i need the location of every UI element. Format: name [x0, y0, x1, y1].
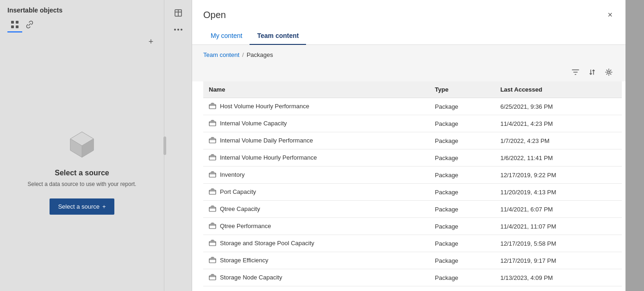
- dialog-header: Open ×: [192, 0, 625, 22]
- svg-rect-1: [16, 21, 19, 24]
- svg-point-11: [174, 29, 176, 31]
- table-row[interactable]: Internal Volume Daily PerformancePackage…: [203, 132, 622, 149]
- left-panel: Insertable objects + Select a sou: [0, 0, 164, 291]
- left-panel-tabs: [0, 18, 164, 32]
- cell-type: Package: [429, 132, 494, 149]
- cell-name: Storage Efficiency: [203, 252, 429, 269]
- svg-point-14: [608, 71, 610, 74]
- more-icon: [174, 29, 182, 31]
- table-row[interactable]: InventoryPackage12/17/2019, 9:22 PM: [203, 167, 622, 184]
- package-icon: [209, 256, 216, 264]
- cell-last-accessed: 1/6/2022, 11:41 PM: [495, 149, 622, 167]
- settings-svg: [605, 68, 613, 76]
- package-icon: [209, 136, 216, 144]
- svg-rect-2: [11, 25, 14, 28]
- svg-rect-3: [16, 25, 19, 28]
- table-row[interactable]: Host Volume Hourly PerformancePackage6/2…: [203, 98, 622, 115]
- table-row[interactable]: Storage Node PerformancePackage1/13/2023…: [203, 286, 622, 291]
- dialog-tabs: My content Team content: [192, 27, 625, 45]
- cell-type: Package: [429, 201, 494, 218]
- tab-team-content[interactable]: Team content: [250, 27, 306, 45]
- tab-grid[interactable]: [7, 18, 22, 32]
- tab-my-content-label: My content: [211, 32, 242, 39]
- toolbar-table-icon[interactable]: [172, 6, 185, 19]
- panel-top-action: +: [0, 32, 164, 51]
- add-button[interactable]: +: [145, 36, 156, 47]
- table-row[interactable]: Qtree PerformancePackage11/4/2021, 11:07…: [203, 218, 622, 235]
- svg-rect-15: [209, 105, 216, 109]
- filter-icon[interactable]: [570, 67, 581, 78]
- package-icon: [209, 273, 216, 281]
- toolbar-more-icon[interactable]: [172, 23, 185, 36]
- svg-rect-31: [209, 241, 216, 246]
- sort-svg: [588, 68, 596, 76]
- select-source-subtitle: Select a data source to use with your re…: [28, 181, 137, 187]
- left-panel-header: Insertable objects: [0, 0, 164, 14]
- cell-last-accessed: 1/7/2022, 4:23 PM: [495, 132, 622, 149]
- cell-type: Package: [429, 115, 494, 132]
- cell-type: Package: [429, 218, 494, 235]
- svg-rect-35: [209, 276, 216, 280]
- tab-link[interactable]: [22, 18, 37, 32]
- cell-name: Storage and Storage Pool Capacity: [203, 235, 429, 252]
- left-panel-title: Insertable objects: [7, 6, 63, 14]
- cell-last-accessed: 1/13/2023, 4:09 PM: [495, 269, 622, 286]
- filter-svg: [572, 68, 579, 76]
- cell-name: Port Capacity: [203, 184, 429, 201]
- select-source-button[interactable]: Select a source +: [50, 198, 114, 215]
- cell-type: Package: [429, 167, 494, 184]
- cell-last-accessed: 12/17/2019, 9:17 PM: [495, 252, 622, 269]
- cell-name: Inventory: [203, 167, 429, 184]
- svg-rect-25: [209, 190, 216, 194]
- cube-illustration: [66, 127, 98, 160]
- table-toolbar: [192, 63, 625, 81]
- table-row[interactable]: Storage and Storage Pool CapacityPackage…: [203, 235, 622, 252]
- table-row[interactable]: Internal Volume Hourly PerformancePackag…: [203, 149, 622, 167]
- cell-name: Storage Node Capacity: [203, 269, 429, 286]
- table-icon: [174, 9, 182, 17]
- tab-team-content-label: Team content: [257, 32, 299, 39]
- table-container[interactable]: NameTypeLast Accessed Host Volume Hourly…: [192, 81, 625, 291]
- cell-last-accessed: 12/17/2019, 9:22 PM: [495, 167, 622, 184]
- cell-last-accessed: 11/4/2021, 6:07 PM: [495, 201, 622, 218]
- package-icon: [209, 102, 216, 110]
- open-dialog: Open × My content Team content Team cont…: [192, 0, 625, 291]
- close-button[interactable]: ×: [606, 8, 614, 22]
- svg-rect-21: [209, 156, 216, 160]
- cell-type: Package: [429, 252, 494, 269]
- cell-type: Package: [429, 269, 494, 286]
- cell-name: Internal Volume Daily Performance: [203, 132, 429, 149]
- cell-name: Host Volume Hourly Performance: [203, 98, 429, 115]
- grid-icon: [11, 20, 19, 29]
- settings-icon[interactable]: [603, 67, 614, 78]
- table-row[interactable]: Internal Volume CapacityPackage11/4/2021…: [203, 115, 622, 132]
- dialog-overlay: Open × My content Team content Team cont…: [192, 0, 644, 291]
- svg-point-13: [181, 29, 182, 31]
- package-icon: [209, 222, 216, 229]
- breadcrumb: Team content / Packages: [192, 45, 625, 63]
- col-header: Type: [429, 81, 494, 98]
- package-icon: [209, 239, 216, 247]
- cell-name: Qtree Performance: [203, 218, 429, 235]
- table-row[interactable]: Qtree CapacityPackage11/4/2021, 6:07 PM: [203, 201, 622, 218]
- cell-last-accessed: 1/13/2023, 6:11 PM: [495, 286, 622, 291]
- sort-icon[interactable]: [587, 67, 598, 78]
- table-row[interactable]: Storage EfficiencyPackage12/17/2019, 9:1…: [203, 252, 622, 269]
- select-source-btn-plus: +: [102, 203, 106, 210]
- table-row[interactable]: Port CapacityPackage11/20/2019, 4:13 PM: [203, 184, 622, 201]
- cell-type: Package: [429, 286, 494, 291]
- svg-rect-0: [11, 21, 14, 24]
- svg-rect-29: [209, 224, 216, 229]
- cell-last-accessed: 11/4/2021, 11:07 PM: [495, 218, 622, 235]
- resize-handle[interactable]: [163, 136, 166, 155]
- package-icon: [209, 188, 216, 195]
- tab-my-content[interactable]: My content: [203, 27, 250, 45]
- col-header: Name: [203, 81, 429, 98]
- cell-name: Internal Volume Capacity: [203, 115, 429, 132]
- cell-type: Package: [429, 98, 494, 115]
- table-row[interactable]: Storage Node CapacityPackage1/13/2023, 4…: [203, 269, 622, 286]
- package-icon: [209, 154, 216, 161]
- package-icon: [209, 205, 216, 212]
- cell-name: Qtree Capacity: [203, 201, 429, 218]
- breadcrumb-team-content[interactable]: Team content: [203, 51, 239, 58]
